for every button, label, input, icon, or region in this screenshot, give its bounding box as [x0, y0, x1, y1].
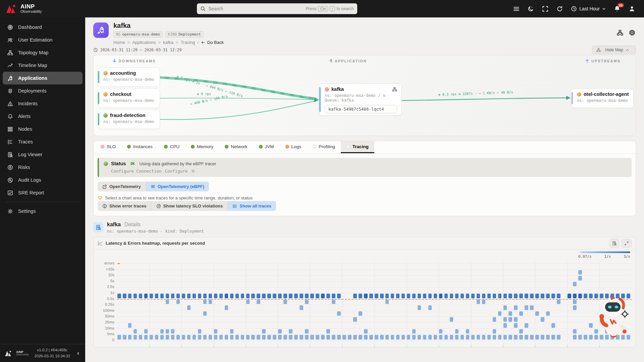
sidebar-item-deployments[interactable]: Deployments: [3, 84, 83, 97]
app-logo[interactable]: AINP Observability: [0, 4, 85, 14]
configure-link[interactable]: Configure: [165, 169, 188, 174]
tab-tracing[interactable]: Tracing: [341, 141, 374, 153]
sidebar-collapse-button[interactable]: ‹: [76, 350, 80, 357]
breadcrumb-item-kafka[interactable]: kafka: [163, 40, 173, 45]
heatmap-cell: [246, 300, 250, 304]
sidebar-item-timeline-map[interactable]: Timeline Map: [3, 59, 83, 72]
refresh-icon[interactable]: [556, 6, 563, 12]
service-node-checkout[interactable]: checkoutns: openmaru-msa-demo: [98, 88, 160, 108]
search-input[interactable]: [208, 6, 303, 11]
sidebar-item-applications[interactable]: Applications: [3, 72, 83, 84]
topology-view-icon[interactable]: [617, 29, 623, 36]
heatmap-cell: [187, 305, 191, 310]
sidebar-item-user-estimation[interactable]: User Estimation: [3, 34, 83, 46]
trace-button-show-latency-slo-violations[interactable]: Show latency SLO violations: [152, 201, 228, 211]
menu-icon[interactable]: [513, 6, 520, 12]
tab-logs[interactable]: Logs: [280, 141, 307, 153]
tab-jvm[interactable]: JVM: [253, 141, 280, 153]
tab-instances[interactable]: Instances: [121, 141, 158, 153]
brand-logo-small-icon: [5, 350, 13, 357]
otel-button-opentelemetry[interactable]: OpenTelemetry: [98, 182, 146, 191]
sidebar-item-risks[interactable]: Risks: [3, 161, 83, 174]
heatmap-cell: [278, 294, 282, 298]
node-topology-icon[interactable]: [392, 87, 397, 92]
tab-network[interactable]: Network: [219, 141, 253, 153]
sidebar-item-sre-report[interactable]: SRE Report: [3, 186, 83, 199]
topbar-actions: Last Hour 22: [513, 5, 644, 12]
dark-mode-icon[interactable]: [528, 6, 534, 12]
sidebar-item-incidents[interactable]: Incidents: [3, 97, 83, 110]
heatmap-cell: [160, 329, 164, 334]
heatmap-cell: [128, 335, 132, 340]
heatmap-cell: [482, 335, 486, 340]
trace-button-show-error-traces[interactable]: Show error traces: [98, 201, 152, 211]
heatmap-cell: [150, 335, 153, 340]
fullscreen-icon[interactable]: [542, 6, 548, 12]
gear-icon[interactable]: [191, 169, 195, 173]
hide-map-button[interactable]: Hide Map: [592, 46, 636, 54]
sidebar-item-nodes[interactable]: Nodes: [3, 123, 83, 135]
mascot-drag-handle-icon[interactable]: [621, 310, 629, 318]
heatmap-cell: [477, 294, 480, 298]
heatmap-cell: [300, 294, 303, 298]
sidebar-item-traces[interactable]: Traces: [3, 135, 83, 148]
heatmap-cell: [198, 335, 202, 340]
heatmap-cell: [401, 294, 405, 298]
main-content: kafka NSopenmaru-msa-demoKINDDeployment …: [85, 17, 644, 362]
heatmap-expand-button[interactable]: [622, 239, 632, 248]
heatmap-cell: [198, 329, 202, 334]
global-search[interactable]: Press Ctrl / to search: [197, 3, 357, 14]
heatmap-cell: [305, 300, 309, 304]
breadcrumb-item-tracing[interactable]: Tracing: [181, 40, 195, 45]
service-node-accounting[interactable]: accountingns: openmaru-msa-demo: [98, 67, 160, 87]
breadcrumb-item-applications[interactable]: Applications: [132, 40, 156, 45]
sidebar-item-label: Alerts: [18, 114, 31, 119]
service-node-fraud-detection[interactable]: fraud-detectionns: openmaru-msa-demo: [98, 110, 160, 129]
breadcrumb-item-home[interactable]: Home: [113, 40, 125, 45]
sidebar-item-settings[interactable]: Settings: [3, 205, 83, 218]
sidebar-item-topology-map[interactable]: Topology Map: [3, 46, 83, 59]
sidebar-item-log-viewer[interactable]: Log Viewer: [3, 148, 83, 161]
sidebar-item-label: Timeline Map: [18, 63, 47, 68]
heatmap-cell: [477, 300, 480, 304]
sidebar-item-alerts[interactable]: Alerts: [3, 110, 83, 123]
service-map-panel[interactable]: DOWNSTREAMS APPLICATION UPSTREAMS accoun…: [93, 55, 636, 136]
heatmap-cell: [171, 329, 175, 334]
heatmap-cell: [423, 335, 427, 340]
go-back-button[interactable]: Go Back: [201, 40, 224, 45]
heatmap-cell: [193, 335, 196, 340]
heatmap-plot[interactable]: [117, 261, 632, 347]
status-dot: [103, 92, 108, 97]
node-accent-bar: [98, 71, 99, 83]
time-range-picker[interactable]: Last Hour: [571, 6, 606, 12]
legend-gradient-bar: [580, 251, 630, 253]
kubernetes-icon[interactable]: [629, 29, 635, 36]
service-node-kafka[interactable]: kafka ns: openmaru-msa-demo / ≡ Queue: k…: [319, 83, 401, 116]
heatmap-cell: [139, 335, 143, 340]
trace-button-show-all-traces[interactable]: Show all traces: [228, 201, 276, 211]
clock-history-icon: [571, 6, 577, 12]
tab-slo[interactable]: SLO: [95, 141, 121, 153]
gridline-vertical: [310, 261, 310, 345]
otel-button-opentelemetry-ebpf-[interactable]: OpenTelemetry (eBPF): [146, 182, 209, 191]
page-badges: NSopenmaru-msa-demoKINDDeployment: [113, 31, 224, 38]
resource-badge-kind: KINDDeployment: [165, 31, 204, 38]
tab-profiling[interactable]: Profiling: [307, 141, 341, 153]
sidebar-item-audit-logs[interactable]: Audit Logs: [3, 174, 83, 186]
tab-memory[interactable]: Memory: [185, 141, 219, 153]
heatmap-cell: [418, 294, 421, 298]
heatmap-cell: [391, 335, 394, 340]
heatmap-cell: [535, 335, 539, 340]
heatmap-inspect-button[interactable]: [609, 239, 620, 248]
tab-cpu[interactable]: CPU: [158, 141, 185, 153]
notifications-button[interactable]: 22: [614, 5, 621, 12]
user-avatar-icon[interactable]: [629, 5, 635, 12]
heatmap-cell: [385, 294, 389, 298]
pod-name-chip[interactable]: kafka-54987c5486-lqct4: [325, 105, 397, 113]
service-node-otel-collector-agent[interactable]: otel-collector-agentns: openmaru-msa-dem…: [571, 88, 634, 108]
heatmap-cell: [450, 317, 453, 322]
ctrl-key: Ctrl: [318, 6, 328, 11]
sidebar-item-dashboard[interactable]: Dashboard: [3, 21, 83, 34]
gridline-horizontal: [117, 263, 632, 264]
node-name: checkout: [110, 92, 131, 97]
